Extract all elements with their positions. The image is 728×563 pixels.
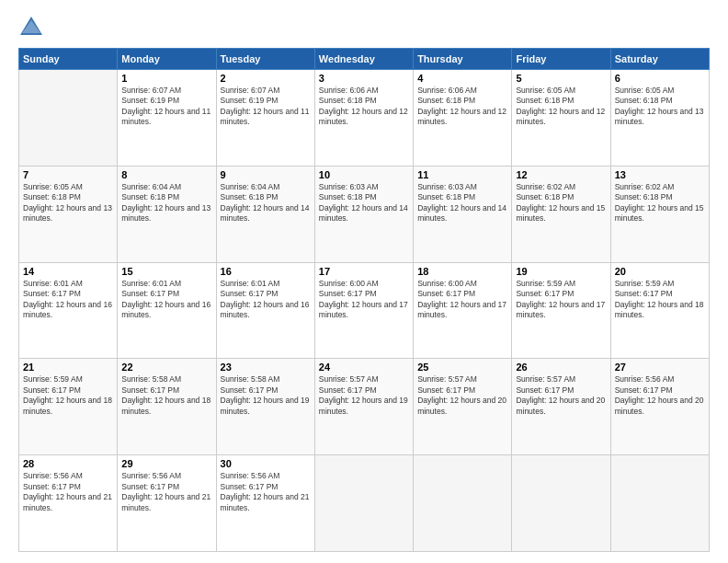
calendar-body: 1Sunrise: 6:07 AM Sunset: 6:19 PM Daylig… <box>19 70 710 552</box>
day-number: 28 <box>23 458 113 469</box>
day-number: 4 <box>417 73 507 84</box>
logo-icon <box>18 15 44 40</box>
day-number: 15 <box>121 266 211 277</box>
calendar-cell: 4Sunrise: 6:06 AM Sunset: 6:18 PM Daylig… <box>414 70 512 167</box>
calendar-cell: 5Sunrise: 6:05 AM Sunset: 6:18 PM Daylig… <box>512 70 610 167</box>
day-detail: Sunrise: 6:07 AM Sunset: 6:19 PM Dayligh… <box>221 86 311 128</box>
calendar-cell: 18Sunrise: 6:00 AM Sunset: 6:17 PM Dayli… <box>414 262 512 359</box>
day-detail: Sunrise: 6:01 AM Sunset: 6:17 PM Dayligh… <box>121 279 211 321</box>
weekday-header-thursday: Thursday <box>414 49 512 70</box>
day-detail: Sunrise: 6:01 AM Sunset: 6:17 PM Dayligh… <box>221 279 311 321</box>
day-detail: Sunrise: 6:01 AM Sunset: 6:17 PM Dayligh… <box>23 279 113 321</box>
day-detail: Sunrise: 5:58 AM Sunset: 6:17 PM Dayligh… <box>121 374 211 417</box>
weekday-row: SundayMondayTuesdayWednesdayThursdayFrid… <box>19 49 710 70</box>
day-detail: Sunrise: 6:06 AM Sunset: 6:18 PM Dayligh… <box>417 86 507 128</box>
calendar-cell <box>414 455 512 552</box>
day-number: 21 <box>23 362 113 373</box>
weekday-header-monday: Monday <box>118 49 216 70</box>
day-number: 17 <box>319 266 409 277</box>
day-number: 13 <box>615 169 705 180</box>
calendar-cell: 24Sunrise: 5:57 AM Sunset: 6:17 PM Dayli… <box>314 359 413 455</box>
logo <box>18 15 48 40</box>
weekday-header-wednesday: Wednesday <box>314 49 413 70</box>
calendar-cell: 27Sunrise: 5:56 AM Sunset: 6:17 PM Dayli… <box>610 359 709 455</box>
day-detail: Sunrise: 5:56 AM Sunset: 6:17 PM Dayligh… <box>23 471 113 513</box>
svg-marker-1 <box>22 20 40 33</box>
day-detail: Sunrise: 5:58 AM Sunset: 6:17 PM Dayligh… <box>221 374 311 417</box>
calendar-cell <box>610 455 709 552</box>
day-detail: Sunrise: 6:00 AM Sunset: 6:17 PM Dayligh… <box>319 279 409 321</box>
day-detail: Sunrise: 6:02 AM Sunset: 6:18 PM Dayligh… <box>615 182 705 224</box>
calendar-cell: 9Sunrise: 6:04 AM Sunset: 6:18 PM Daylig… <box>216 166 314 262</box>
weekday-header-sunday: Sunday <box>19 49 118 70</box>
day-number: 30 <box>221 458 311 469</box>
day-detail: Sunrise: 5:57 AM Sunset: 6:17 PM Dayligh… <box>319 374 409 417</box>
calendar-cell: 22Sunrise: 5:58 AM Sunset: 6:17 PM Dayli… <box>118 359 216 455</box>
day-number: 12 <box>516 169 606 180</box>
calendar-cell: 7Sunrise: 6:05 AM Sunset: 6:18 PM Daylig… <box>19 166 118 262</box>
calendar-cell: 28Sunrise: 5:56 AM Sunset: 6:17 PM Dayli… <box>19 455 118 552</box>
day-number: 6 <box>615 73 705 84</box>
day-detail: Sunrise: 5:59 AM Sunset: 6:17 PM Dayligh… <box>615 279 705 321</box>
day-number: 1 <box>121 73 211 84</box>
day-detail: Sunrise: 6:02 AM Sunset: 6:18 PM Dayligh… <box>516 182 606 224</box>
day-number: 22 <box>121 362 211 373</box>
day-detail: Sunrise: 6:03 AM Sunset: 6:18 PM Dayligh… <box>319 182 409 224</box>
calendar-cell: 19Sunrise: 5:59 AM Sunset: 6:17 PM Dayli… <box>512 262 610 359</box>
day-number: 16 <box>221 266 311 277</box>
calendar-cell: 26Sunrise: 5:57 AM Sunset: 6:17 PM Dayli… <box>512 359 610 455</box>
calendar-cell: 14Sunrise: 6:01 AM Sunset: 6:17 PM Dayli… <box>19 262 118 359</box>
day-detail: Sunrise: 6:07 AM Sunset: 6:19 PM Dayligh… <box>121 86 211 128</box>
calendar-table: SundayMondayTuesdayWednesdayThursdayFrid… <box>18 48 710 552</box>
day-detail: Sunrise: 6:06 AM Sunset: 6:18 PM Dayligh… <box>319 86 409 128</box>
weekday-header-saturday: Saturday <box>610 49 709 70</box>
weekday-header-tuesday: Tuesday <box>216 49 314 70</box>
calendar-cell: 23Sunrise: 5:58 AM Sunset: 6:17 PM Dayli… <box>216 359 314 455</box>
day-number: 18 <box>417 266 507 277</box>
week-row-4: 21Sunrise: 5:59 AM Sunset: 6:17 PM Dayli… <box>19 359 710 455</box>
day-number: 26 <box>516 362 606 373</box>
calendar-cell <box>19 70 118 167</box>
day-detail: Sunrise: 6:04 AM Sunset: 6:18 PM Dayligh… <box>221 182 311 224</box>
day-detail: Sunrise: 5:56 AM Sunset: 6:17 PM Dayligh… <box>221 471 311 513</box>
calendar-cell: 2Sunrise: 6:07 AM Sunset: 6:19 PM Daylig… <box>216 70 314 167</box>
calendar-cell: 29Sunrise: 5:56 AM Sunset: 6:17 PM Dayli… <box>118 455 216 552</box>
day-number: 29 <box>121 458 211 469</box>
week-row-1: 1Sunrise: 6:07 AM Sunset: 6:19 PM Daylig… <box>19 70 710 167</box>
day-number: 25 <box>417 362 507 373</box>
calendar-cell: 8Sunrise: 6:04 AM Sunset: 6:18 PM Daylig… <box>118 166 216 262</box>
day-number: 20 <box>615 266 705 277</box>
day-number: 7 <box>23 169 113 180</box>
header <box>18 15 710 40</box>
calendar-cell: 30Sunrise: 5:56 AM Sunset: 6:17 PM Dayli… <box>216 455 314 552</box>
calendar-cell: 21Sunrise: 5:59 AM Sunset: 6:17 PM Dayli… <box>19 359 118 455</box>
calendar-header: SundayMondayTuesdayWednesdayThursdayFrid… <box>19 49 710 70</box>
calendar-cell: 3Sunrise: 6:06 AM Sunset: 6:18 PM Daylig… <box>314 70 413 167</box>
day-number: 19 <box>516 266 606 277</box>
day-detail: Sunrise: 5:56 AM Sunset: 6:17 PM Dayligh… <box>615 374 705 417</box>
day-detail: Sunrise: 6:05 AM Sunset: 6:18 PM Dayligh… <box>516 86 606 128</box>
day-detail: Sunrise: 6:05 AM Sunset: 6:18 PM Dayligh… <box>23 182 113 224</box>
calendar-cell: 13Sunrise: 6:02 AM Sunset: 6:18 PM Dayli… <box>610 166 709 262</box>
day-number: 3 <box>319 73 409 84</box>
day-number: 23 <box>221 362 311 373</box>
day-number: 27 <box>615 362 705 373</box>
day-number: 9 <box>221 169 311 180</box>
day-detail: Sunrise: 6:05 AM Sunset: 6:18 PM Dayligh… <box>615 86 705 128</box>
day-number: 8 <box>121 169 211 180</box>
calendar-cell: 1Sunrise: 6:07 AM Sunset: 6:19 PM Daylig… <box>118 70 216 167</box>
day-detail: Sunrise: 5:56 AM Sunset: 6:17 PM Dayligh… <box>121 471 211 513</box>
day-number: 2 <box>221 73 311 84</box>
calendar-cell: 17Sunrise: 6:00 AM Sunset: 6:17 PM Dayli… <box>314 262 413 359</box>
calendar-cell: 10Sunrise: 6:03 AM Sunset: 6:18 PM Dayli… <box>314 166 413 262</box>
day-detail: Sunrise: 6:04 AM Sunset: 6:18 PM Dayligh… <box>121 182 211 224</box>
day-detail: Sunrise: 5:57 AM Sunset: 6:17 PM Dayligh… <box>516 374 606 417</box>
calendar-cell: 12Sunrise: 6:02 AM Sunset: 6:18 PM Dayli… <box>512 166 610 262</box>
calendar-cell: 11Sunrise: 6:03 AM Sunset: 6:18 PM Dayli… <box>414 166 512 262</box>
week-row-2: 7Sunrise: 6:05 AM Sunset: 6:18 PM Daylig… <box>19 166 710 262</box>
day-number: 14 <box>23 266 113 277</box>
weekday-header-friday: Friday <box>512 49 610 70</box>
day-number: 11 <box>417 169 507 180</box>
day-number: 24 <box>319 362 409 373</box>
day-detail: Sunrise: 6:03 AM Sunset: 6:18 PM Dayligh… <box>417 182 507 224</box>
